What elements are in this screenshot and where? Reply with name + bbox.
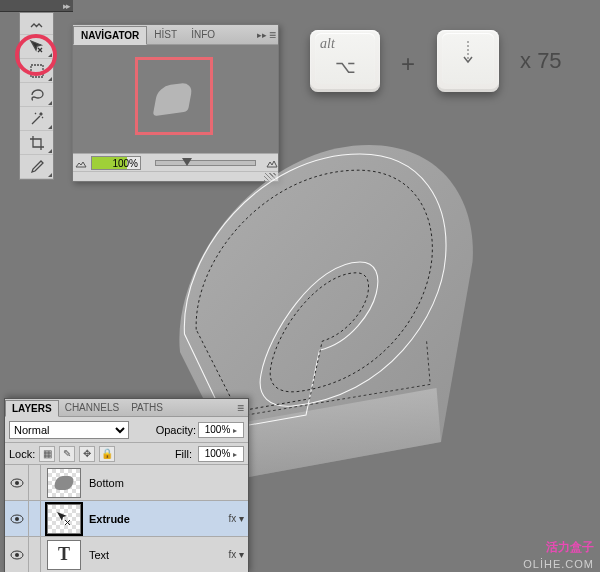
- blend-mode-select[interactable]: Normal: [9, 421, 129, 439]
- layer-row[interactable]: Extrude fx ▾: [5, 501, 248, 537]
- visibility-toggle[interactable]: [5, 537, 29, 572]
- svg-point-7: [15, 553, 19, 557]
- layers-options-row: Normal Opacity: 100%▸: [5, 417, 248, 443]
- svg-rect-0: [31, 65, 43, 77]
- tab-navigator[interactable]: NAVİGATOR: [73, 26, 147, 45]
- fill-value[interactable]: 100%▸: [198, 446, 244, 462]
- watermark-cn: 活力盒子: [546, 539, 594, 556]
- layer-thumbnail[interactable]: T: [47, 540, 81, 570]
- lasso-tool[interactable]: [20, 83, 53, 107]
- alt-key-symbol: ⌥: [310, 56, 380, 78]
- layer-fx[interactable]: fx ▾: [222, 513, 248, 524]
- layer-row[interactable]: Bottom: [5, 465, 248, 501]
- tab-channels[interactable]: CHANNELS: [59, 400, 125, 415]
- navigator-tabs: NAVİGATOR HİST İNFO ▸▸ ≡: [73, 25, 278, 45]
- toolbox-header: ▸▸: [0, 0, 73, 12]
- layer-thumbnail[interactable]: [47, 504, 81, 534]
- lock-all-icon[interactable]: 🔒: [99, 446, 115, 462]
- layer-name[interactable]: Bottom: [87, 477, 222, 489]
- tab-info[interactable]: İNFO: [184, 26, 222, 43]
- visibility-toggle[interactable]: [5, 465, 29, 500]
- tab-history[interactable]: HİST: [147, 26, 184, 43]
- tab-paths[interactable]: PATHS: [125, 400, 169, 415]
- svg-point-3: [15, 481, 19, 485]
- lock-label: Lock:: [9, 448, 35, 460]
- navigator-thumbnail: [153, 82, 194, 116]
- opacity-label: Opacity:: [156, 424, 196, 436]
- layers-panel: LAYERS CHANNELS PATHS ≡ Normal Opacity: …: [4, 398, 249, 572]
- svg-point-5: [15, 517, 19, 521]
- link-col: [29, 465, 41, 500]
- layer-fx[interactable]: fx ▾: [222, 549, 248, 560]
- lock-pixels-icon[interactable]: ✎: [59, 446, 75, 462]
- layer-thumbnail[interactable]: [47, 468, 81, 498]
- marquee-tool[interactable]: [20, 59, 53, 83]
- layers-lock-row: Lock: ▦ ✎ ✥ 🔒 Fill: 100%▸: [5, 443, 248, 465]
- zoom-out-icon[interactable]: [75, 158, 87, 168]
- move-cursor-icon: [55, 510, 73, 528]
- move-tool[interactable]: [20, 35, 53, 59]
- fill-label: Fill:: [175, 448, 192, 460]
- crop-tool[interactable]: [20, 131, 53, 155]
- visibility-toggle[interactable]: [5, 501, 29, 536]
- layer-name[interactable]: Extrude: [87, 513, 222, 525]
- collapse-icon[interactable]: [20, 13, 53, 35]
- alt-key-label: alt: [320, 36, 335, 52]
- opacity-value[interactable]: 100%▸: [198, 422, 244, 438]
- layer-row[interactable]: T Text fx ▾: [5, 537, 248, 572]
- repeat-count: x 75: [520, 48, 562, 74]
- layer-name[interactable]: Text: [87, 549, 222, 561]
- plus-sign: +: [401, 50, 415, 78]
- alt-key: alt ⌥: [310, 30, 380, 92]
- down-arrow-icon: [461, 39, 475, 65]
- tab-layers[interactable]: LAYERS: [5, 400, 59, 417]
- link-col: [29, 501, 41, 536]
- lock-position-icon[interactable]: ✥: [79, 446, 95, 462]
- lock-transparency-icon[interactable]: ▦: [39, 446, 55, 462]
- layers-tabs: LAYERS CHANNELS PATHS ≡: [5, 399, 248, 417]
- watermark-en: OLİHE.COM: [523, 558, 594, 570]
- expand-icon[interactable]: ▸▸: [63, 1, 69, 11]
- link-col: [29, 537, 41, 572]
- layers-menu-icon[interactable]: ≡: [233, 401, 248, 415]
- down-arrow-key: [437, 30, 499, 92]
- tool-strip: [19, 12, 54, 180]
- eyedropper-tool[interactable]: [20, 155, 53, 179]
- panel-menu-icon[interactable]: ▸▸ ≡: [257, 28, 276, 42]
- wand-tool[interactable]: [20, 107, 53, 131]
